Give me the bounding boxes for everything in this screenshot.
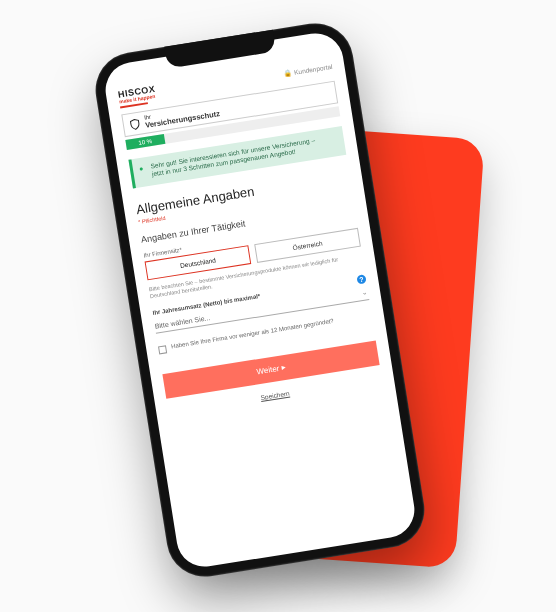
shield-icon <box>128 117 142 131</box>
arrow-right-icon: ▸ <box>281 363 286 373</box>
phone-frame: HISCOX make it happen 🔒 Kundenportal Ihr <box>90 18 430 582</box>
progress-fill: 10 % <box>125 134 165 150</box>
help-icon[interactable]: ? <box>356 274 366 284</box>
revenue-placeholder: Bitte wählen Sie... <box>154 314 210 330</box>
brand-logo: HISCOX make it happen <box>118 85 158 109</box>
portal-label: Kundenportal <box>294 62 333 75</box>
continue-label: Weiter <box>256 364 280 376</box>
progress-label: 10 % <box>138 138 152 146</box>
continue-button[interactable]: Weiter ▸ <box>162 341 379 399</box>
founded-checkbox[interactable] <box>158 345 167 354</box>
lock-icon: 🔒 <box>283 68 292 77</box>
customer-portal-link[interactable]: 🔒 Kundenportal <box>283 62 333 78</box>
chevron-down-icon: ⌄ <box>362 288 369 297</box>
app-screen: HISCOX make it happen 🔒 Kundenportal Ihr <box>102 29 419 570</box>
